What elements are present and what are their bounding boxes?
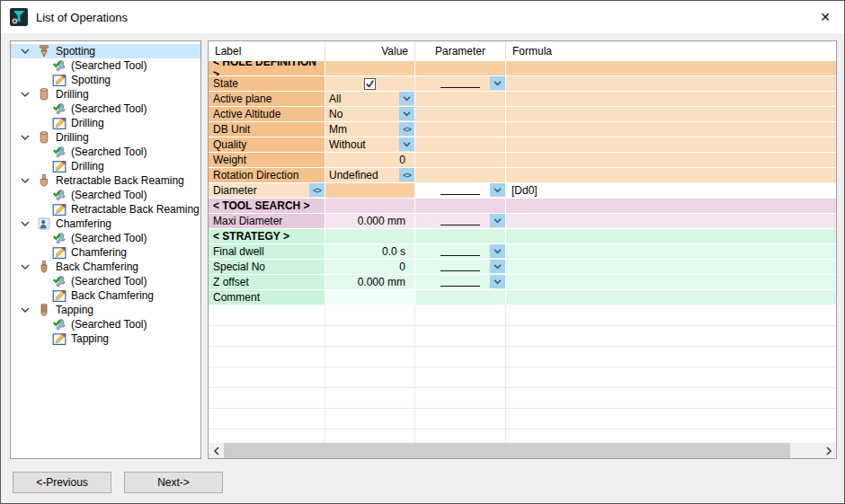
row-formula[interactable]	[506, 244, 836, 260]
dropdown-chevron-icon[interactable]	[399, 107, 414, 120]
chevron-down-icon[interactable]	[19, 132, 31, 144]
tree-item-searched-tool[interactable]: (Searched Tool)	[11, 102, 200, 116]
tree-item-back-chamfering[interactable]: Back Chamfering	[11, 260, 200, 274]
row-value[interactable]	[325, 290, 415, 305]
parameter-dropdown-icon[interactable]	[490, 275, 505, 288]
tree-item-searched-tool[interactable]: (Searched Tool)	[11, 274, 200, 288]
tree-item-label: Spotting	[71, 74, 111, 86]
row-parameter[interactable]	[415, 244, 506, 260]
row-value[interactable]: 0.0 s	[325, 244, 415, 260]
row-parameter[interactable]	[415, 275, 506, 290]
tree-item-retractable-back-reaming[interactable]: Retractable Back Reaming	[11, 173, 200, 188]
tree-item-tapping[interactable]: Tapping	[11, 303, 200, 317]
row-formula[interactable]	[506, 92, 836, 107]
row-parameter[interactable]	[415, 214, 506, 229]
row-formula[interactable]	[506, 76, 836, 92]
tree-item-searched-tool[interactable]: (Searched Tool)	[11, 188, 200, 202]
empty-cell	[415, 347, 506, 367]
parameter-dropdown-icon[interactable]	[490, 260, 505, 273]
tree-item-searched-tool[interactable]: (Searched Tool)	[11, 317, 200, 332]
row-formula[interactable]	[506, 290, 836, 305]
row-formula[interactable]	[506, 107, 836, 122]
value-text: 0.000 mm	[325, 276, 414, 288]
previous-button[interactable]: <-Previous	[13, 472, 111, 493]
row-label-text: Maxi Diameter	[213, 215, 282, 227]
empty-cell	[506, 305, 836, 325]
parameter-dropdown-icon[interactable]	[490, 76, 505, 90]
chevron-down-icon[interactable]	[19, 46, 31, 57]
tree-item-chamfering[interactable]: Chamfering	[11, 245, 200, 260]
row-value[interactable]: 0.000 mm	[325, 214, 415, 229]
tree-item-tapping[interactable]: Tapping	[11, 332, 200, 346]
row-formula[interactable]	[506, 214, 836, 229]
row-value[interactable]	[325, 183, 415, 199]
empty-cell	[325, 305, 415, 325]
tree-item-drilling[interactable]: Drilling	[11, 130, 200, 145]
row-value[interactable]: Undefined<>	[325, 168, 415, 183]
dropdown-chevron-icon[interactable]	[399, 137, 414, 151]
state-checkbox[interactable]	[364, 78, 376, 90]
tree-item-drilling[interactable]: Drilling	[11, 116, 200, 130]
scrollbar-thumb[interactable]	[224, 443, 790, 458]
value-text: Mm	[325, 123, 347, 136]
value-text: Without	[325, 138, 366, 151]
row-parameter[interactable]	[415, 183, 506, 199]
row-value[interactable]: 0	[325, 260, 415, 275]
tree-item-drilling[interactable]: Drilling	[11, 87, 200, 102]
row-formula[interactable]	[506, 137, 836, 153]
chevron-down-icon[interactable]	[19, 261, 31, 273]
row-value[interactable]: 0	[325, 153, 415, 168]
spinner-button[interactable]: <>	[399, 122, 414, 136]
row-value[interactable]: 0.000 mm	[325, 275, 415, 290]
tree-item-drilling[interactable]: Drilling	[11, 159, 200, 173]
chevron-down-icon[interactable]	[19, 89, 31, 101]
row-parameter[interactable]	[415, 290, 506, 305]
row-value[interactable]: Mm<>	[325, 122, 415, 137]
tree-item-label: (Searched Tool)	[71, 232, 147, 244]
parameter-dropdown-icon[interactable]	[490, 214, 505, 227]
row-value[interactable]: No	[325, 107, 415, 122]
spinner-button[interactable]: <>	[309, 183, 325, 197]
row-value[interactable]: All	[325, 92, 415, 107]
parameter-dropdown-icon[interactable]	[490, 244, 505, 258]
close-icon[interactable]: ✕	[815, 7, 835, 27]
value-text: No	[325, 108, 342, 120]
spinner-button[interactable]: <>	[399, 168, 414, 181]
tree-item-searched-tool[interactable]: (Searched Tool)	[11, 145, 200, 159]
row-parameter[interactable]	[415, 76, 506, 92]
tree-item-searched-tool[interactable]: (Searched Tool)	[11, 231, 200, 245]
tree-item-retractable-back-reaming[interactable]: Retractable Back Reaming	[11, 202, 200, 217]
row-formula[interactable]	[506, 168, 836, 183]
chevron-down-icon[interactable]	[19, 218, 31, 230]
tree-item-back-chamfering[interactable]: Back Chamfering	[11, 288, 200, 303]
row-formula[interactable]: [Dd0]	[506, 183, 836, 199]
row-formula[interactable]	[506, 260, 836, 275]
tree-item-spotting[interactable]: Spotting	[11, 44, 200, 58]
row-formula[interactable]	[506, 275, 836, 290]
table-row-z-offset: Z offset0.000 mm	[209, 275, 836, 290]
row-parameter[interactable]	[415, 107, 506, 122]
row-value[interactable]	[325, 76, 415, 92]
row-parameter[interactable]	[415, 153, 506, 168]
parameter-dropdown-icon[interactable]	[490, 183, 505, 197]
row-value[interactable]: Without	[325, 137, 415, 153]
tree-item-chamfering[interactable]: Chamfering	[11, 217, 200, 231]
scroll-left-icon[interactable]	[209, 443, 224, 458]
chevron-down-icon[interactable]	[19, 175, 31, 187]
row-parameter[interactable]	[415, 137, 506, 153]
tree-item-searched-tool[interactable]: (Searched Tool)	[11, 58, 200, 73]
row-parameter[interactable]	[415, 92, 506, 107]
dropdown-chevron-icon[interactable]	[399, 92, 414, 105]
row-formula[interactable]	[506, 153, 836, 168]
horizontal-scrollbar[interactable]	[209, 443, 836, 458]
chevron-down-icon[interactable]	[19, 305, 31, 316]
row-label: State	[209, 76, 325, 92]
row-parameter[interactable]	[415, 122, 506, 137]
row-formula[interactable]	[506, 122, 836, 137]
scroll-right-icon[interactable]	[821, 443, 836, 458]
row-parameter[interactable]	[415, 260, 506, 275]
row-parameter[interactable]	[415, 168, 506, 183]
tree-item-spotting[interactable]: Spotting	[11, 73, 200, 87]
next-button[interactable]: Next->	[124, 472, 223, 493]
scrollbar-track[interactable]	[790, 443, 821, 458]
